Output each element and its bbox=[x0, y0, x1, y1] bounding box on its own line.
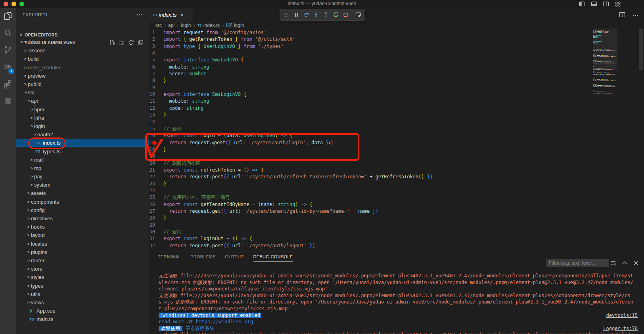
line-number[interactable]: 6 bbox=[149, 64, 163, 71]
code-line[interactable]: 16export const login = (data: UserLoginV… bbox=[149, 132, 644, 139]
code-line[interactable]: 25// 使用租户名, 获得租户编号 bbox=[149, 194, 644, 201]
tree-item-components[interactable]: >components bbox=[16, 198, 149, 206]
maximize-panel-icon[interactable] bbox=[621, 260, 628, 268]
source-link[interactable]: devtools:15 bbox=[606, 312, 638, 319]
line-number[interactable]: 13 bbox=[149, 112, 163, 118]
code-line[interactable]: 2import { getRefreshToken } from '@/util… bbox=[149, 36, 644, 43]
line-number[interactable]: 3 bbox=[149, 43, 163, 50]
panel-tab-debug-console[interactable]: DEBUG CONSOLE bbox=[253, 254, 293, 261]
code-line[interactable]: 27 return request.get({ url: '/system/te… bbox=[149, 208, 644, 215]
clear-console-icon[interactable] bbox=[610, 260, 616, 268]
code-line[interactable]: 28} bbox=[149, 215, 644, 221]
editor-scrollbar[interactable] bbox=[639, 29, 643, 70]
code-line[interactable]: 24 bbox=[149, 187, 644, 194]
line-number[interactable]: 20 bbox=[149, 160, 163, 167]
code-line[interactable]: 17 return request.●post({ url: '/system/… bbox=[149, 139, 644, 146]
activity-source-control[interactable] bbox=[0, 42, 16, 59]
line-number[interactable]: 21 bbox=[149, 167, 163, 174]
tree-item-config[interactable]: >config bbox=[16, 206, 149, 214]
line-number[interactable]: 19 bbox=[149, 153, 163, 160]
line-number[interactable]: 9 bbox=[149, 84, 163, 91]
tree-item-mp[interactable]: >mp bbox=[16, 164, 149, 172]
code-line[interactable]: 13} bbox=[149, 112, 644, 118]
line-number[interactable]: 32 bbox=[149, 242, 163, 249]
line-number[interactable]: 26 bbox=[149, 201, 163, 208]
code-line[interactable]: 11 mobile: string bbox=[149, 98, 644, 105]
line-number[interactable]: 29 bbox=[149, 222, 163, 229]
activity-explorer[interactable] bbox=[0, 8, 16, 25]
tab-index-ts[interactable]: TS index.ts × bbox=[149, 8, 193, 22]
activity-run-debug[interactable]: 1 bbox=[0, 59, 16, 76]
tree-item-oauth2[interactable]: >oauth2 bbox=[16, 130, 149, 139]
console-filter-input[interactable] bbox=[546, 259, 609, 267]
tree-item-public[interactable]: >public bbox=[16, 80, 149, 88]
tree-item-store[interactable]: >store bbox=[16, 265, 149, 273]
breadcrumb-item-login[interactable]: login bbox=[181, 23, 191, 28]
code-line[interactable]: 20// 刷新访问令牌 bbox=[149, 160, 644, 167]
debug-stop-button[interactable] bbox=[342, 10, 349, 19]
customize-layout-icon[interactable] bbox=[615, 1, 621, 7]
line-number[interactable]: 12 bbox=[149, 105, 163, 112]
panel-tab-terminal[interactable]: TERMINAL bbox=[158, 254, 181, 261]
tree-item-plugins[interactable]: >plugins bbox=[16, 248, 149, 256]
debug-pause-button[interactable] bbox=[293, 10, 300, 19]
tree-item-node-modules[interactable]: >node_modules bbox=[16, 63, 149, 72]
line-number[interactable]: 25 bbox=[149, 194, 163, 201]
code-line[interactable]: 5export interface SmsCodeVO { bbox=[149, 57, 644, 63]
line-number[interactable]: 10 bbox=[149, 91, 163, 98]
split-editor-icon[interactable] bbox=[619, 11, 625, 19]
toggle-panel-icon[interactable] bbox=[591, 1, 597, 7]
run-to-cursor-icon[interactable] bbox=[355, 10, 362, 19]
activity-extensions[interactable] bbox=[0, 76, 16, 93]
code-line[interactable]: 4 bbox=[149, 50, 644, 57]
code-line[interactable]: 31export const loginOut = () => { bbox=[149, 235, 644, 242]
line-number[interactable]: 15 bbox=[149, 126, 163, 132]
tree-item-preview[interactable]: >preview bbox=[16, 72, 149, 80]
code-line[interactable]: 18} bbox=[149, 146, 644, 153]
line-number[interactable]: 16 bbox=[149, 132, 163, 139]
tree-item-types[interactable]: >types bbox=[16, 281, 149, 290]
code-line[interactable]: 14 bbox=[149, 118, 644, 125]
minimap[interactable] bbox=[593, 30, 617, 94]
code-line[interactable]: 12 code: string bbox=[149, 105, 644, 112]
tree-item-directives[interactable]: >directives bbox=[16, 214, 149, 223]
tree-item-locales[interactable]: >locales bbox=[16, 240, 149, 248]
debug-toolbar-drag-handle[interactable] bbox=[283, 10, 290, 19]
code-line[interactable]: 32 return request.post({ url: '/system/a… bbox=[149, 242, 644, 249]
line-number[interactable]: 14 bbox=[149, 118, 163, 125]
line-number[interactable]: 18 bbox=[149, 146, 163, 153]
breadcrumb-item-login[interactable]: [∅]login bbox=[226, 23, 244, 28]
tree-item-login[interactable]: >login bbox=[16, 122, 149, 130]
tree-item-api[interactable]: >api bbox=[16, 97, 149, 105]
tree-item-layout[interactable]: >layout bbox=[16, 231, 149, 239]
code-line[interactable]: 8} bbox=[149, 77, 644, 84]
line-number[interactable]: 4 bbox=[149, 50, 163, 57]
tree-item-assets[interactable]: >assets bbox=[16, 189, 149, 197]
code-line[interactable]: 15// 登录 bbox=[149, 126, 644, 132]
code-line[interactable]: 19 bbox=[149, 153, 644, 160]
tree-item-styles[interactable]: >styles bbox=[16, 273, 149, 281]
code-line[interactable]: 30// 登出 bbox=[149, 229, 644, 235]
tree-item-router[interactable]: >router bbox=[16, 256, 149, 265]
breakpoint-dot[interactable] bbox=[152, 141, 157, 145]
debug-step-over-button[interactable] bbox=[303, 10, 310, 19]
tree-item-bpm[interactable]: >bpm bbox=[16, 105, 149, 114]
tree-item-utils[interactable]: >utils bbox=[16, 290, 149, 298]
code-line[interactable]: 1import request from '@/config/axios' bbox=[149, 29, 644, 36]
editor-more-actions-icon[interactable]: ⋯ bbox=[632, 12, 638, 19]
debug-step-out-button[interactable] bbox=[322, 10, 330, 19]
code-editor[interactable]: 1import request from '@/config/axios'2im… bbox=[149, 29, 644, 252]
code-line[interactable]: 21export const refreshToken = () => { bbox=[149, 167, 644, 174]
panel-tab-problems[interactable]: PROBLEMS bbox=[190, 254, 216, 261]
tree-item-infra[interactable]: >infra bbox=[16, 114, 149, 122]
tree-item-pay[interactable]: >pay bbox=[16, 172, 149, 181]
breadcrumb-item-src[interactable]: src bbox=[155, 23, 162, 28]
tree-item-app-vue[interactable]: VApp.vue bbox=[16, 307, 149, 315]
line-number[interactable]: 5 bbox=[149, 57, 163, 63]
code-line[interactable]: 26export const getTenantIdByName = (name… bbox=[149, 201, 644, 208]
tree-item-types-ts[interactable]: TStypes.ts bbox=[16, 147, 149, 155]
breadcrumb-item-index-ts[interactable]: TSindex.ts bbox=[197, 23, 220, 28]
code-line[interactable]: 3import type { UserLoginVO } from './typ… bbox=[149, 43, 644, 50]
line-number[interactable]: 11 bbox=[149, 98, 163, 105]
activity-chatgpt[interactable] bbox=[0, 93, 16, 110]
